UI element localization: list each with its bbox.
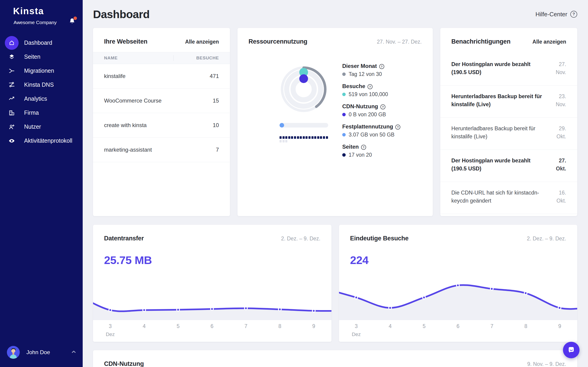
- layers-icon: [5, 50, 19, 64]
- notification-row[interactable]: Herunterladbares Backup bereit für kinst…: [440, 85, 577, 118]
- sidebar-item-dashboard[interactable]: Dashboard: [0, 36, 83, 50]
- website-visits: 10: [213, 122, 219, 128]
- bell-badge: [73, 17, 77, 20]
- notifications-show-all-link[interactable]: Alle anzeigen: [532, 39, 566, 45]
- unique-visits-card: Eindeutige Besuche 2. Dez. – 9. Dez. 224…: [339, 225, 577, 342]
- company-name: Awesome Company: [14, 20, 57, 25]
- unique-visits-title: Eindeutige Besuche: [350, 235, 408, 242]
- chat-launcher-button[interactable]: [563, 342, 579, 358]
- legend-dot: [342, 113, 346, 116]
- resource-usage-title: Ressourcennutzung: [249, 38, 307, 45]
- x-axis-tick: 7: [244, 323, 247, 329]
- x-axis-tick: 6: [457, 323, 460, 329]
- sidebar-item-label: Nutzer: [24, 123, 41, 130]
- resource-usage-legend: Dieser Monat? Tag 12 von 30 Besuche? 519…: [342, 62, 400, 163]
- sidebar-item-label: Firma: [24, 109, 39, 116]
- sidebar-item-label: Aktivitätenprotokoll: [24, 137, 72, 144]
- data-transfer-total: 25.75 MB: [104, 254, 152, 267]
- x-axis-tick: 7: [490, 323, 493, 329]
- website-row[interactable]: marketing-assistant 7: [93, 138, 230, 162]
- x-axis-month-label: Dez: [352, 332, 361, 337]
- legend-item: CDN-Nutzung? 0 B von 200 GB: [342, 103, 400, 119]
- user-name: John Doe: [26, 349, 50, 356]
- sidebar-item-migrationen[interactable]: Migrationen: [0, 64, 83, 78]
- notification-row[interactable]: Der Hostingplan wurde bezahlt (190.5 USD…: [440, 150, 577, 182]
- notification-row[interactable]: Herunterladbares Backup bereit für kinst…: [440, 118, 577, 150]
- sidebar-item-label: Migrationen: [24, 67, 54, 74]
- x-axis-tick: 4: [389, 323, 392, 329]
- sidebar-item-nutzer[interactable]: Nutzer: [0, 120, 83, 134]
- x-axis-month-label: Dez: [106, 332, 115, 337]
- website-name: WooCommerce Course: [104, 98, 213, 104]
- unique-visits-x-axis: 3Dez456789: [339, 320, 577, 342]
- unique-visits-total: 224: [350, 254, 368, 267]
- page-dash: [291, 136, 293, 139]
- sidebar-item-kinsta-dns[interactable]: Kinsta DNS: [0, 78, 83, 92]
- notification-date: 29. Okt.: [556, 125, 566, 143]
- notification-date: 27. Nov.: [556, 60, 566, 78]
- sidebar-item-label: Dashboard: [24, 40, 52, 46]
- resource-usage-donut-chart: [279, 65, 328, 113]
- page-dash: [279, 136, 282, 139]
- question-circle-icon: ?: [570, 11, 577, 18]
- sidebar-item-seiten[interactable]: Seiten: [0, 50, 83, 64]
- legend-value: 17 von 20: [349, 152, 372, 158]
- website-name: kinstalife: [104, 73, 210, 79]
- help-icon[interactable]: ?: [380, 104, 385, 109]
- resource-usage-card: Ressourcennutzung 27. Nov. – 27. Dez. Di…: [237, 28, 433, 216]
- sidebar-item-firma[interactable]: Firma: [0, 106, 83, 120]
- notification-text: Herunterladbares Backup bereit für kinst…: [451, 125, 545, 143]
- legend-dot: [342, 153, 346, 157]
- legend-item: Besuche? 519 von 100,000: [342, 83, 400, 99]
- user-menu[interactable]: John Doe: [0, 345, 83, 359]
- websites-table-header: Name Besuche: [93, 52, 230, 64]
- x-axis-tick: 9: [558, 323, 561, 329]
- disk-usage-progress-bar: [279, 123, 328, 127]
- route-icon: [5, 78, 19, 92]
- unique-visits-period: 2. Dez. – 9. Dez.: [527, 236, 566, 242]
- page-dash: [314, 136, 316, 139]
- sidebar-item-label: Seiten: [24, 53, 40, 60]
- resource-usage-period: 27. Nov. – 27. Dez.: [377, 39, 422, 45]
- notification-date: 27. Okt.: [556, 157, 566, 175]
- website-visits: 471: [210, 73, 219, 79]
- main-content: Dashboard Hilfe-Center ? Ihre Webseiten …: [83, 0, 588, 367]
- websites-card: Ihre Webseiten Alle anzeigen Name Besuch…: [93, 28, 230, 216]
- notifications-bell-button[interactable]: [68, 17, 78, 27]
- data-transfer-x-axis: 3Dez456789: [93, 320, 331, 342]
- notification-text: Die CDN-URL hat sich für kinstacdn-keycd…: [451, 189, 545, 207]
- x-axis-tick: 3Dez: [352, 323, 361, 337]
- page-title: Dashboard: [93, 8, 149, 21]
- sidebar-item-analytics[interactable]: Analytics: [0, 92, 83, 106]
- page-dash: [283, 140, 285, 142]
- website-visits: 7: [216, 147, 219, 153]
- notification-row[interactable]: Der Hostingplan wurde bezahlt (190.5 USD…: [440, 53, 577, 85]
- help-center-link[interactable]: Hilfe-Center ?: [536, 11, 577, 18]
- legend-label: Besuche: [342, 83, 365, 90]
- page-dash: [305, 136, 308, 139]
- websites-show-all-link[interactable]: Alle anzeigen: [185, 39, 219, 45]
- help-icon[interactable]: ?: [361, 145, 366, 150]
- page-dash: [323, 136, 325, 139]
- help-icon[interactable]: ?: [367, 84, 372, 89]
- website-row[interactable]: WooCommerce Course 15: [93, 89, 230, 113]
- website-row[interactable]: create with kinsta 10: [93, 113, 230, 138]
- websites-card-title: Ihre Webseiten: [104, 38, 147, 45]
- page-dash: [288, 136, 290, 139]
- legend-value: 519 von 100,000: [349, 91, 388, 98]
- x-axis-tick: 9: [312, 323, 315, 329]
- sidebar-item-aktivitaetenprotokoll[interactable]: Aktivitätenprotokoll: [0, 134, 83, 148]
- x-axis-tick: 6: [211, 323, 214, 329]
- column-header-visits: Besuche: [174, 56, 219, 60]
- sidebar-item-label: Analytics: [24, 95, 47, 102]
- notification-row[interactable]: Die CDN-URL hat sich für kinstacdn-keycd…: [440, 182, 577, 214]
- notification-text: Der Hostingplan wurde bezahlt (190.5 USD…: [451, 157, 545, 175]
- help-icon[interactable]: ?: [379, 64, 384, 69]
- website-row[interactable]: kinstalife 471: [93, 64, 230, 89]
- chevron-up-icon[interactable]: [71, 349, 77, 356]
- legend-label: Seiten: [342, 144, 359, 150]
- kinsta-logo[interactable]: Kinsta: [13, 6, 44, 16]
- page-dash: [297, 136, 299, 139]
- help-icon[interactable]: ?: [395, 125, 400, 130]
- cdn-usage-period: 9. Nov. – 9. Dez.: [527, 361, 566, 367]
